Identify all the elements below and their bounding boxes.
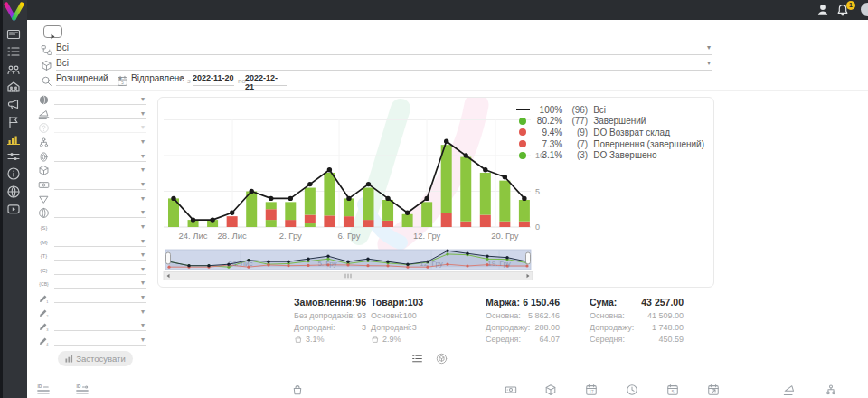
filter-row-pencil-2[interactable]: 2▾ — [36, 306, 146, 318]
sidebar-warehouse-icon[interactable] — [6, 80, 21, 94]
search-mode-dropdown[interactable]: Розширений ▾ — [56, 73, 123, 86]
line-point[interactable] — [366, 182, 371, 186]
collapse-filters-button[interactable] — [43, 25, 62, 38]
filter-row-funnel[interactable]: ▾ — [36, 193, 146, 205]
line-point[interactable] — [424, 196, 429, 201]
toolbar-package-icon[interactable] — [544, 384, 557, 396]
filter-row-tag-m[interactable]: {M}▾ — [36, 235, 146, 248]
product-dropdown[interactable]: Всі ▾ — [56, 58, 712, 71]
date-from-field[interactable]: 2022-11-20 — [193, 73, 234, 86]
filter-row-package[interactable]: ▾ — [36, 164, 146, 176]
filter-field[interactable] — [54, 175, 146, 175]
filter-row-pencil-4[interactable]: 4▾ — [36, 334, 146, 346]
minimap-handle-left[interactable] — [166, 252, 171, 264]
view-toggle-package-toggle[interactable] — [436, 352, 448, 364]
filter-row-fingerprint[interactable]: ▾ — [36, 150, 146, 163]
legend-item[interactable]: 9.4%(9)DO Возврат склад — [515, 127, 704, 138]
sidebar-analytics-icon[interactable] — [6, 132, 21, 147]
filter-field[interactable] — [54, 232, 146, 232]
line-point[interactable] — [346, 196, 351, 201]
filter-field[interactable] — [54, 217, 146, 218]
filter-field[interactable] — [54, 274, 146, 275]
toolbar-calendar-export-icon[interactable] — [707, 384, 720, 396]
filter-row-help[interactable]: ▾ — [36, 121, 146, 134]
line-point[interactable] — [230, 211, 234, 215]
line-point[interactable] — [307, 182, 312, 186]
filter-field[interactable] — [54, 246, 146, 247]
toolbar-bag-icon[interactable] — [291, 384, 304, 396]
sidebar-monitor-icon[interactable] — [6, 27, 21, 42]
filter-row-ruler[interactable]: ▾ — [36, 108, 146, 120]
sidebar-customers-icon[interactable] — [6, 62, 21, 77]
line-point[interactable] — [464, 153, 468, 157]
sidebar-video-icon[interactable] — [6, 202, 21, 216]
sidebar-globe-icon[interactable] — [6, 185, 21, 199]
sidebar-flag-icon[interactable] — [6, 115, 21, 129]
bars[interactable] — [168, 145, 530, 227]
legend-item[interactable]: 100%(96)Всі — [515, 104, 704, 116]
filter-row-globe[interactable]: ▾ — [36, 206, 146, 219]
minimap-handle-right[interactable] — [526, 252, 531, 264]
toolbar-calendar-b-icon[interactable]: 5 — [666, 384, 679, 396]
line-point[interactable] — [522, 196, 526, 201]
toolbar-id-lines-icon[interactable]: ID — [37, 384, 50, 396]
line-point[interactable] — [385, 196, 390, 201]
line-point[interactable] — [171, 196, 175, 201]
toolbar-calendar-17-icon[interactable]: 17 — [585, 384, 598, 396]
toolbar-sitemap-icon[interactable] — [825, 384, 837, 396]
legend-item[interactable]: 80.2%(77)Завершений — [515, 116, 704, 128]
app-logo-icon[interactable] — [4, 2, 24, 21]
filter-row-tag-cb[interactable]: {CB}▾ — [36, 277, 146, 289]
line-point[interactable] — [483, 167, 487, 172]
line-point[interactable] — [210, 217, 214, 222]
line-point[interactable] — [503, 175, 507, 179]
line-point[interactable] — [405, 211, 410, 215]
legend-item[interactable]: 7.3%(7)Повернення (завершений) — [515, 138, 704, 150]
filter-field[interactable] — [54, 147, 146, 147]
apply-button[interactable]: Застосувати — [58, 351, 133, 366]
avatar[interactable] — [861, 3, 868, 16]
filter-field[interactable] — [54, 132, 146, 133]
filter-row-pencil-1[interactable]: 1▾ — [36, 291, 146, 304]
line-point[interactable] — [269, 196, 273, 201]
sidebar-orders-list-icon[interactable] — [6, 44, 21, 59]
filter-row-banknote[interactable]: ▾ — [36, 178, 146, 191]
sidebar-megaphone-icon[interactable] — [6, 97, 21, 111]
filter-field[interactable] — [54, 118, 146, 119]
toolbar-banknote-icon[interactable] — [505, 384, 517, 396]
filter-field[interactable] — [54, 204, 146, 204]
tag-cb-icon: {CB} — [38, 277, 50, 289]
date-type-dropdown[interactable]: Відправлене ▾ — [131, 73, 184, 86]
sidebar-info-icon[interactable] — [6, 166, 21, 181]
toolbar-id-dash-icon[interactable]: ID — [76, 384, 89, 396]
filter-row-tag-s[interactable]: {S}▾ — [36, 221, 146, 233]
line-point[interactable] — [250, 189, 254, 194]
view-toggle-list-toggle[interactable] — [411, 352, 423, 364]
line-point[interactable] — [191, 217, 195, 222]
stat-header-label: Сума: — [590, 297, 617, 309]
filter-field[interactable] — [54, 260, 146, 261]
filter-field[interactable] — [54, 345, 146, 346]
line-point[interactable] — [444, 139, 448, 144]
filter-field[interactable] — [54, 317, 146, 317]
filter-field[interactable] — [54, 288, 146, 289]
filter-row-sitemap[interactable]: ▾ — [36, 136, 146, 148]
filter-field[interactable] — [54, 161, 146, 162]
toolbar-ruler-icon[interactable] — [783, 384, 796, 396]
filter-field[interactable] — [54, 302, 146, 303]
filter-row-tag-t[interactable]: {T}▾ — [36, 249, 146, 261]
filter-row-tag-c[interactable]: {C}▾ — [36, 263, 146, 276]
legend-item[interactable]: 3.1%(3)DO Завершено — [515, 149, 704, 161]
user-icon[interactable] — [816, 3, 830, 17]
filter-row-globe-filled[interactable]: ▾ — [36, 93, 146, 106]
line-point[interactable] — [288, 196, 293, 201]
source-dropdown[interactable]: Всі ▾ — [56, 43, 712, 55]
filter-field[interactable] — [54, 330, 146, 331]
toolbar-clock-icon[interactable] — [626, 384, 638, 396]
sidebar-sliders-icon[interactable] — [6, 149, 21, 164]
date-to-field[interactable]: 2022-12-21 — [245, 73, 287, 86]
filter-row-pencil-3[interactable]: 3▾ — [36, 319, 146, 332]
line-point[interactable] — [327, 167, 332, 172]
filter-field[interactable] — [54, 104, 146, 105]
filter-field[interactable] — [54, 189, 146, 190]
